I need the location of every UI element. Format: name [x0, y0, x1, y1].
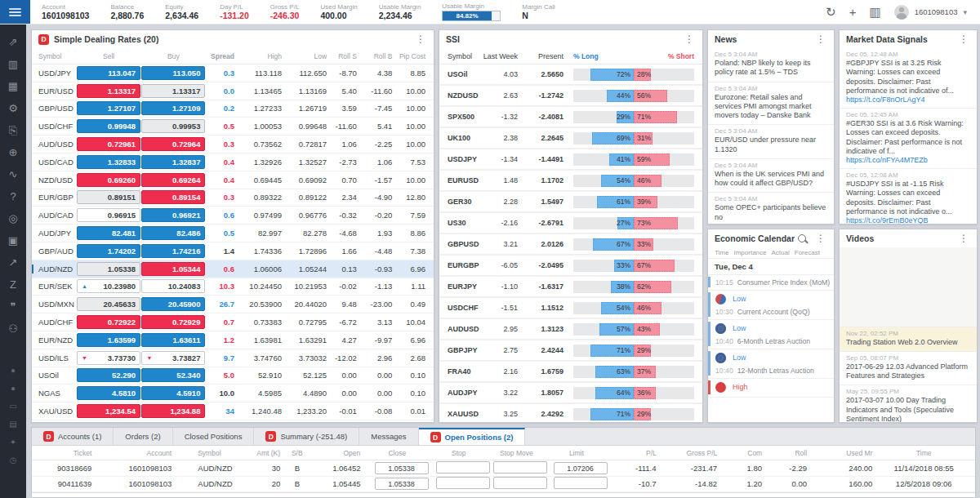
calendar-entry[interactable]: High [708, 379, 834, 398]
sell-price-button[interactable]: 1,234.54 [77, 404, 140, 418]
buy-price-button[interactable]: 10.24083 [141, 279, 205, 293]
market-watch-icon[interactable]: ⇗ [0, 31, 26, 53]
buy-price-button[interactable]: 113.050 [141, 66, 205, 80]
sell-price-button[interactable]: 1.13317 [77, 84, 140, 98]
tab-accounts-1-[interactable]: DAccounts (1) [32, 428, 114, 445]
sell-price-button[interactable]: 1.74202 [77, 244, 140, 258]
chat-icon[interactable]: ❞ [0, 296, 26, 318]
video-player-area[interactable] [840, 247, 977, 327]
buy-price-button[interactable]: 1.05344 [141, 262, 205, 276]
kebab-menu-icon[interactable]: ⋮ [957, 33, 970, 45]
sell-price-button[interactable]: 1.32833 [77, 155, 140, 169]
dealing-rate-row[interactable]: USOil52.29052.3405.052.91052.1250.000.00… [32, 367, 434, 385]
positions-col-header[interactable]: Stop [434, 449, 492, 457]
profile-icon[interactable]: ⚇ [0, 318, 26, 340]
calendar-entry[interactable]: Low10:4012-Month Letras Auction [708, 349, 834, 379]
news-item[interactable]: Dec 5 3:04 AMSome OPEC+ participants bel… [708, 193, 834, 223]
positions-col-header[interactable]: Used Mr [815, 449, 880, 457]
positions-col-header[interactable]: Roll [770, 449, 815, 457]
indicators-icon[interactable]: ∿ [0, 163, 26, 185]
buy-price-button[interactable]: 0.72964 [141, 137, 205, 151]
positions-col-header[interactable]: Gross P/L [665, 449, 725, 457]
buy-price-button[interactable]: 0.72929 [141, 315, 205, 329]
ssi-col-symbol[interactable]: Symbol [439, 52, 482, 60]
charts-icon[interactable]: ↗ [0, 251, 26, 273]
buy-price-button[interactable]: 1,234.88 [141, 404, 205, 418]
buy-price-button[interactable]: 3.73827▼ [141, 351, 205, 365]
dealing-rate-row[interactable]: XAU/USD1,234.541,234.88341,240.481,233.2… [32, 402, 434, 420]
video-item[interactable]: May 25, 09:55 PM2017-03-07 10.00 Day Tra… [840, 385, 977, 422]
kebab-menu-icon[interactable]: ⋮ [814, 233, 827, 244]
news-item[interactable]: Dec 5 3:04 AMEUR/USD under pressure near… [708, 125, 834, 159]
ssi-col-lastweek[interactable]: Last Week [482, 52, 518, 60]
dealing-rate-row[interactable]: USD/ILS3.73730▼3.73827▼9.73.747603.73032… [32, 349, 434, 367]
dealing-rate-row[interactable]: USD/JPY113.047113.0500.3113.118112.650-8… [32, 64, 434, 82]
buy-price-button[interactable]: 82.486 [141, 226, 205, 240]
dealing-rate-row[interactable]: EUR/GBP0.891510.891540.30.893220.891222.… [32, 189, 434, 207]
signal-item[interactable]: Dec 05, 12:45 AM#GER30 SSI is at 3.6 Ris… [840, 109, 977, 169]
video-item[interactable]: Sep 05, 08:07 PM2017-06-29 12.03 Advance… [840, 352, 977, 386]
dealing-rate-row[interactable]: GBP/USD1.271071.271090.21.272331.267193.… [32, 100, 434, 118]
position-row[interactable]: 903186691601098103AUD/NZD30B1.064521.053… [32, 460, 975, 477]
positions-col-header[interactable]: S/B [288, 449, 314, 457]
positions-col-header[interactable]: Amt (K) [248, 449, 288, 457]
buy-price-button[interactable]: 1.27109 [141, 101, 205, 115]
dealing-rate-row[interactable]: AUD/NZD1.053381.053440.61.060061.052440.… [32, 260, 434, 278]
positions-col-header[interactable]: P/L [612, 449, 665, 457]
sell-price-button[interactable]: 0.72922 [77, 315, 140, 329]
dealing-rate-row[interactable]: EUR/USD1.133171.133170.01.134651.131695.… [32, 82, 434, 100]
add-panel-icon[interactable]: + [849, 5, 857, 19]
limit-field[interactable] [554, 477, 608, 489]
sell-price-button[interactable]: 0.89151 [77, 190, 140, 204]
ssi-col-present[interactable]: Present [518, 52, 564, 60]
dealing-rate-row[interactable]: USD/CHF0.999480.999530.51.000530.99648-1… [32, 118, 434, 136]
stop-field[interactable] [436, 477, 490, 489]
dealing-rate-row[interactable]: NGAS4.58104.591010.04.59854.48900.000.00… [32, 385, 434, 402]
news-item[interactable]: Dec 5 3:04 AMWhen is the UK services PMI… [708, 159, 834, 193]
web-icon[interactable]: ⊕ [0, 141, 26, 163]
kebab-menu-icon[interactable]: ⋮ [814, 33, 827, 45]
sell-price-button[interactable]: 0.96915 [77, 208, 140, 222]
positions-col-header[interactable]: Ticket [32, 449, 100, 457]
dealing-rate-row[interactable]: EUR/SEK10.23980▲10.2408310.310.2445010.2… [32, 278, 434, 296]
close-price-field[interactable]: 1.05338 [375, 478, 429, 490]
globe-small-icon[interactable]: ✦ [0, 433, 26, 451]
dot1-icon[interactable]: ● [0, 361, 26, 379]
tab-summary-251-48-[interactable]: DSummary (-251.48) [254, 428, 359, 445]
calendar-entry[interactable]: 10:15Consumer Price Index (MoM) [708, 275, 834, 291]
dealing-rate-row[interactable]: EUR/NZD1.635991.636111.21.639811.632914.… [32, 331, 434, 349]
dealing-rate-row[interactable]: USD/CAD1.328331.328370.41.329261.32527-2… [32, 153, 434, 171]
dealing-rate-row[interactable]: AUD/CHF0.729220.729290.70.733830.72795-6… [32, 313, 434, 331]
settings-icon[interactable]: ⚙ [0, 97, 26, 119]
buy-price-button[interactable]: 1.32837 [141, 155, 205, 169]
kebab-menu-icon[interactable]: ⋮ [957, 233, 970, 244]
stop-field[interactable] [436, 461, 490, 474]
stop-move-field[interactable] [493, 477, 547, 489]
dr-col-header[interactable]: Roll B [357, 52, 393, 60]
signal-item[interactable]: Dec 05, 12:08 AM#USDJPY SSI is at -1.15 … [840, 169, 977, 224]
refresh-icon[interactable]: ↻ [826, 5, 836, 20]
tab-open-positions-2-[interactable]: DOpen Positions (2) [419, 428, 526, 445]
dot2-icon[interactable]: ● [0, 379, 26, 397]
positions-col-header[interactable]: Close [368, 449, 434, 457]
dr-col-header[interactable]: Sell [76, 52, 140, 60]
dr-col-header[interactable]: Symbol [32, 52, 76, 60]
positions-col-header[interactable]: Stop Move [492, 449, 550, 457]
buy-price-button[interactable]: 4.5910 [141, 386, 205, 400]
account-selector[interactable]: 1601098103 ▾ [894, 5, 967, 20]
clock-icon[interactable]: ◷ [0, 451, 26, 469]
dealing-rate-row[interactable]: GBP/AUD1.742021.742161.41.743361.728961.… [32, 242, 434, 260]
sell-price-button[interactable]: 3.73730▼ [77, 351, 140, 365]
sell-price-button[interactable]: 1.27107 [77, 101, 140, 115]
buy-price-button[interactable]: 1.74216 [141, 244, 205, 258]
buy-price-button[interactable]: 0.69264 [141, 173, 205, 187]
signal-item[interactable]: Dec 05, 12:48 AM#GBPJPY SSI is at 3.25 R… [840, 48, 977, 109]
buy-price-button[interactable]: 1.13317 [141, 84, 205, 98]
layout-icon[interactable]: ▥ [869, 5, 880, 20]
stack-icon[interactable]: ▤ [0, 415, 26, 433]
search-icon[interactable] [798, 234, 806, 242]
dealing-rate-row[interactable]: AUD/JPY82.48182.4860.582.99782.278-4.681… [32, 225, 434, 242]
signal-link[interactable]: https://t.co/F8nOrLAgY4 [846, 96, 970, 104]
kebab-menu-icon[interactable]: ⋮ [683, 33, 696, 45]
signal-link[interactable]: https://t.co/9rEmB0eYQB [846, 216, 970, 224]
